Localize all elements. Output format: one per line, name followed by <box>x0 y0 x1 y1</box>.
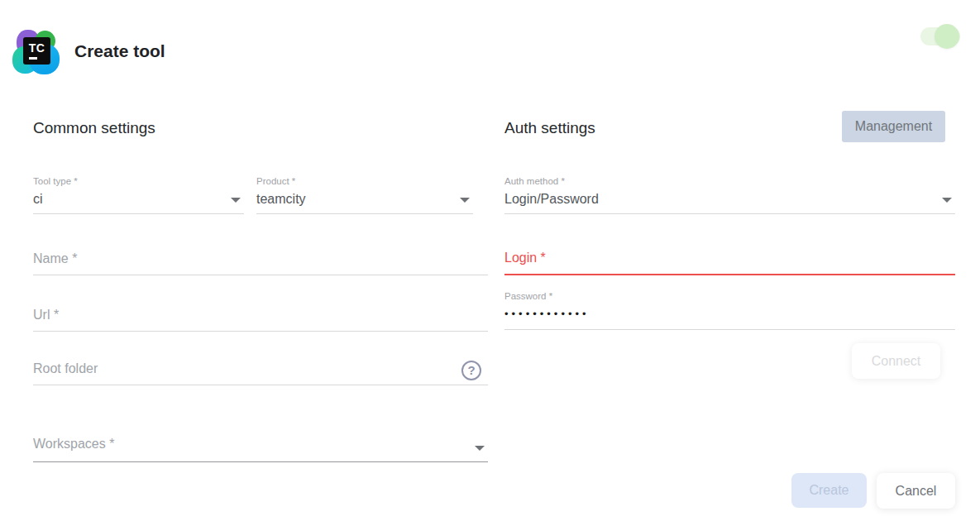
url-input[interactable] <box>33 308 488 332</box>
connect-button[interactable]: Connect <box>852 343 940 379</box>
common-settings-heading: Common settings <box>33 119 155 137</box>
logo-underscore <box>29 57 37 60</box>
chevron-down-icon[interactable] <box>231 198 241 203</box>
create-button[interactable]: Create <box>791 473 867 508</box>
product-value: teamcity <box>256 192 473 207</box>
page-title: Create tool <box>74 41 165 61</box>
create-tool-dialog: TC Create tool Common settings Auth sett… <box>0 0 980 521</box>
login-input[interactable] <box>504 251 955 275</box>
root-folder-input[interactable] <box>33 361 488 385</box>
management-button[interactable]: Management <box>842 111 945 142</box>
chevron-down-icon[interactable] <box>942 198 952 203</box>
chevron-down-icon[interactable] <box>475 446 485 451</box>
auth-method-value: Login/Password <box>504 192 955 207</box>
password-field: Password * <box>504 291 955 330</box>
tool-type-select[interactable]: Tool type * ci <box>33 176 244 214</box>
auth-method-select[interactable]: Auth method * Login/Password <box>504 176 955 214</box>
chevron-down-icon[interactable] <box>460 198 470 203</box>
teamcity-logo-icon: TC <box>12 30 60 76</box>
product-select[interactable]: Product * teamcity <box>256 176 473 214</box>
logo-square: TC <box>23 37 50 65</box>
toggle-knob[interactable] <box>935 24 959 49</box>
tool-type-value: ci <box>33 192 244 207</box>
cancel-button[interactable]: Cancel <box>877 473 955 509</box>
product-label: Product * <box>256 176 473 186</box>
password-label: Password * <box>504 291 955 301</box>
help-icon[interactable]: ? <box>461 361 481 380</box>
password-input[interactable] <box>504 308 955 330</box>
logo-letters: TC <box>23 41 50 55</box>
tool-type-label: Tool type * <box>33 176 244 186</box>
auth-settings-heading: Auth settings <box>504 119 595 137</box>
auth-method-label: Auth method * <box>504 176 955 186</box>
workspaces-select[interactable]: Workspaces * <box>33 437 488 462</box>
workspaces-placeholder: Workspaces * <box>33 437 488 452</box>
enabled-toggle[interactable] <box>920 27 960 45</box>
name-input[interactable] <box>33 251 488 275</box>
